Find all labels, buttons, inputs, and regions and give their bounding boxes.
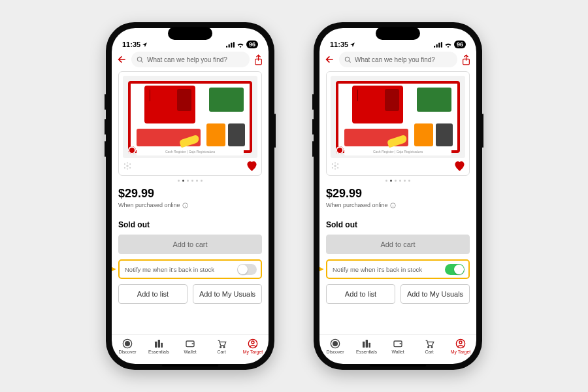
svg-point-44 <box>428 346 429 348</box>
tab-discover[interactable]: Discover <box>319 335 351 357</box>
svg-point-10 <box>130 167 131 168</box>
callout-arrow-icon <box>319 262 326 276</box>
svg-point-28 <box>345 57 349 61</box>
search-input[interactable]: What can we help you find? <box>339 52 457 67</box>
screen: 11:35 96 What can we help you find? <box>319 28 476 364</box>
product-image[interactable]: Cash Register | Caja Registradora <box>123 76 257 158</box>
location-icon <box>350 42 355 48</box>
search-input[interactable]: What can we help you find? <box>131 52 250 67</box>
svg-point-6 <box>127 165 128 167</box>
product-card: Cash Register | Caja Registradora <box>326 71 470 176</box>
tab-essentials[interactable]: Essentials <box>351 335 382 357</box>
carousel-dots[interactable] <box>118 180 262 182</box>
account-icon <box>455 338 466 349</box>
cell-signal-icon <box>434 42 442 48</box>
home-indicator[interactable] <box>162 365 218 367</box>
dynamic-island <box>168 27 212 40</box>
svg-rect-18 <box>161 342 163 347</box>
phone-mockup-left: 11:35 96 What can we help you find? <box>106 22 274 370</box>
tab-cart[interactable]: Cart <box>206 335 237 357</box>
favorite-icon[interactable] <box>454 161 465 171</box>
svg-point-31 <box>332 164 333 165</box>
svg-point-20 <box>220 346 221 348</box>
info-icon[interactable] <box>182 203 188 208</box>
notify-row: Notify me when it's back in stock <box>118 259 262 279</box>
svg-point-12 <box>127 169 127 169</box>
svg-rect-26 <box>438 42 440 47</box>
svg-rect-3 <box>233 42 235 48</box>
tab-mytarget[interactable]: My Target <box>445 335 476 357</box>
add-to-usuals-button[interactable]: Add to My Usuals <box>193 284 262 304</box>
back-icon[interactable] <box>117 54 127 65</box>
info-icon[interactable] <box>390 203 396 208</box>
notify-toggle[interactable] <box>237 264 257 275</box>
tab-bar: Discover Essentials Wallet Cart My Targe… <box>319 334 476 364</box>
notify-label: Notify me when it's back in stock <box>125 266 214 273</box>
svg-point-23 <box>252 341 254 344</box>
ar-view-icon[interactable] <box>123 161 132 171</box>
svg-point-32 <box>338 164 338 165</box>
tab-essentials[interactable]: Essentials <box>143 335 174 357</box>
svg-rect-24 <box>434 45 435 47</box>
notify-toggle[interactable] <box>445 264 465 275</box>
add-to-cart-button[interactable]: Add to cart <box>326 235 470 254</box>
target-logo-icon <box>330 338 340 349</box>
search-row: What can we help you find? <box>319 49 476 71</box>
svg-rect-2 <box>231 42 232 47</box>
battery-pill: 96 <box>246 41 258 48</box>
status-time: 11:35 <box>122 41 140 48</box>
share-icon[interactable] <box>253 54 263 65</box>
svg-point-21 <box>223 346 225 348</box>
carousel-dots[interactable] <box>326 180 470 182</box>
target-logo-icon <box>122 338 133 349</box>
svg-rect-17 <box>158 340 160 348</box>
cart-icon <box>216 338 227 349</box>
price-context: When purchased online <box>326 202 470 208</box>
svg-rect-41 <box>366 340 368 348</box>
svg-point-9 <box>124 167 125 168</box>
stock-status: Sold out <box>326 220 470 229</box>
add-to-list-button[interactable]: Add to list <box>326 284 395 304</box>
svg-rect-42 <box>368 342 370 347</box>
svg-point-4 <box>137 57 141 61</box>
product-image[interactable]: Cash Register | Caja Registradora <box>331 76 465 158</box>
add-to-cart-button[interactable]: Add to cart <box>118 235 262 254</box>
essentials-icon <box>154 338 164 349</box>
svg-point-45 <box>431 346 433 348</box>
svg-point-11 <box>127 163 127 163</box>
wifi-icon <box>237 42 244 48</box>
tab-mytarget[interactable]: My Target <box>237 335 269 357</box>
content: Cash Register | Caja Registradora $29.99… <box>319 71 476 334</box>
callout-arrow-icon <box>112 262 118 276</box>
search-row: What can we help you find? <box>112 49 269 71</box>
location-icon <box>142 42 148 48</box>
svg-point-35 <box>335 163 335 163</box>
wifi-icon <box>444 42 452 48</box>
add-to-usuals-button[interactable]: Add to My Usuals <box>400 284 470 304</box>
tab-cart[interactable]: Cart <box>414 335 445 357</box>
phone-mockup-right: 11:35 96 What can we help you find? <box>314 22 482 370</box>
wallet-icon <box>393 338 403 349</box>
add-to-list-button[interactable]: Add to list <box>118 284 188 304</box>
ar-view-icon[interactable] <box>331 161 340 171</box>
share-icon[interactable] <box>461 54 471 65</box>
essentials-icon <box>361 338 372 349</box>
svg-point-30 <box>335 165 336 167</box>
favorite-icon[interactable] <box>246 161 257 171</box>
tab-wallet[interactable]: Wallet <box>382 335 414 357</box>
notify-row: Notify me when it's back in stock <box>326 259 470 279</box>
svg-point-47 <box>459 341 462 344</box>
tab-discover[interactable]: Discover <box>112 335 143 357</box>
svg-point-15 <box>125 341 130 346</box>
content: Cash Register | Caja Registradora $29.99… <box>112 71 269 334</box>
cell-signal-icon <box>226 42 235 48</box>
battery-pill: 96 <box>454 41 466 48</box>
svg-rect-27 <box>441 42 442 48</box>
svg-point-39 <box>333 341 338 346</box>
home-indicator[interactable] <box>370 365 426 367</box>
back-icon[interactable] <box>325 54 335 65</box>
tab-wallet[interactable]: Wallet <box>174 335 206 357</box>
svg-point-7 <box>124 164 125 165</box>
svg-point-33 <box>332 167 333 168</box>
tab-bar: Discover Essentials Wallet Cart My Targe… <box>112 334 269 364</box>
